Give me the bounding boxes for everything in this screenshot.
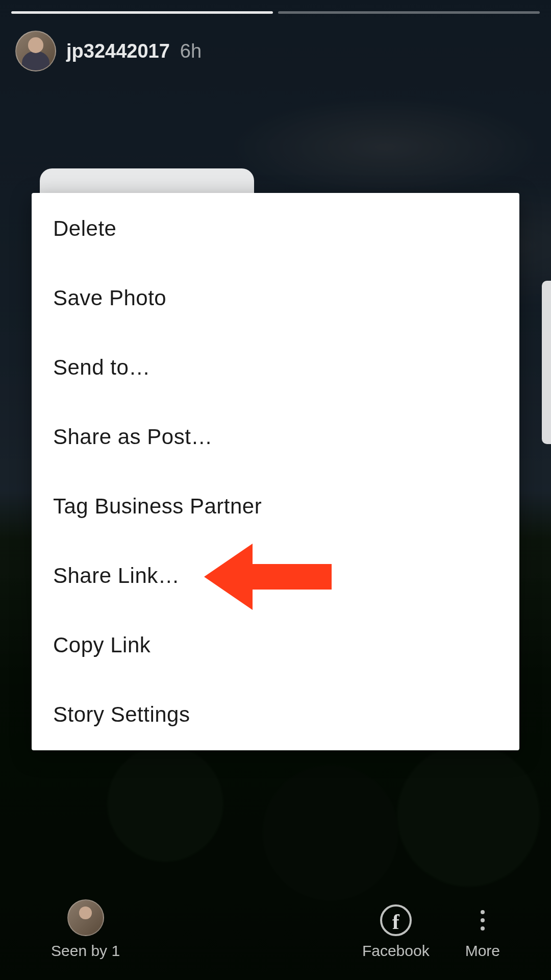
menu-item-delete[interactable]: Delete <box>32 201 519 263</box>
username-label[interactable]: jp32442017 <box>66 40 170 62</box>
story-options-menu: Delete Save Photo Send to… Share as Post… <box>32 193 519 750</box>
bottom-right-actions: f Facebook More <box>362 904 500 960</box>
menu-item-share-as-post[interactable]: Share as Post… <box>32 402 519 472</box>
progress-segment <box>278 11 540 14</box>
more-button[interactable]: More <box>465 904 500 960</box>
username-row: jp32442017 6h <box>66 40 202 62</box>
avatar[interactable] <box>15 31 56 71</box>
viewer-avatar <box>67 899 104 936</box>
timestamp-label: 6h <box>180 40 202 62</box>
edge-peek <box>542 281 551 444</box>
seen-by-button[interactable]: Seen by 1 <box>51 899 120 960</box>
seen-by-label: Seen by 1 <box>51 942 120 960</box>
progress-segment <box>11 11 273 14</box>
menu-item-save-photo[interactable]: Save Photo <box>32 263 519 333</box>
menu-item-story-settings[interactable]: Story Settings <box>32 680 519 742</box>
facebook-label: Facebook <box>362 942 430 960</box>
story-header[interactable]: jp32442017 6h <box>15 31 202 71</box>
menu-item-share-link[interactable]: Share Link… <box>32 541 519 610</box>
facebook-icon: f <box>380 904 412 936</box>
more-label: More <box>465 942 500 960</box>
more-icon <box>467 904 498 936</box>
menu-item-send-to[interactable]: Send to… <box>32 333 519 402</box>
facebook-share-button[interactable]: f Facebook <box>362 904 430 960</box>
story-progress-bars <box>11 11 540 14</box>
menu-item-copy-link[interactable]: Copy Link <box>32 610 519 680</box>
menu-item-tag-business-partner[interactable]: Tag Business Partner <box>32 472 519 541</box>
story-bottom-bar: Seen by 1 f Facebook More <box>0 899 551 960</box>
